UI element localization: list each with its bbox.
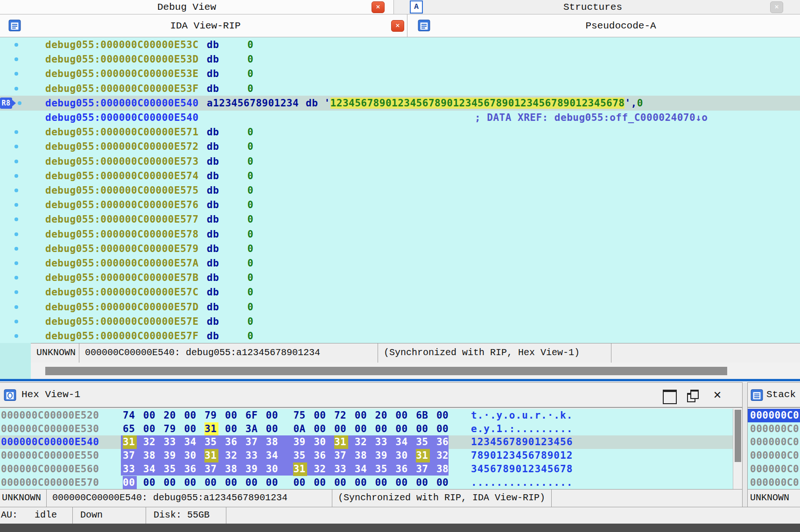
hex-byte[interactable]: 34: [184, 435, 198, 449]
scrollbar-thumb[interactable]: [45, 367, 727, 375]
hex-byte[interactable]: 00: [436, 476, 450, 490]
hex-byte[interactable]: 34: [355, 462, 369, 476]
stack-row[interactable]: 000000C0: [748, 422, 800, 436]
hex-byte[interactable]: 30: [266, 462, 280, 476]
disasm-line[interactable]: debug055:000000C00000E578db0: [0, 227, 800, 242]
horizontal-scrollbar[interactable]: [31, 363, 800, 379]
hex-byte[interactable]: 0A: [293, 422, 307, 436]
hex-byte[interactable]: 72: [334, 409, 348, 422]
hex-byte[interactable]: 00: [395, 409, 409, 422]
stack-row[interactable]: 000000C0: [748, 462, 800, 476]
hex-byte[interactable]: 00: [416, 476, 430, 490]
hex-byte[interactable]: 35: [375, 462, 389, 476]
ascii-column[interactable]: 1234567890123456: [471, 435, 573, 449]
hex-byte[interactable]: 00: [355, 409, 369, 422]
breakpoint-dot[interactable]: [14, 189, 18, 192]
ascii-column[interactable]: ................: [471, 476, 573, 490]
disasm-line[interactable]: debug055:000000C00000E540a12345678901234…: [0, 96, 800, 111]
hex-byte[interactable]: 00: [334, 422, 348, 436]
hex-byte[interactable]: 00: [204, 476, 218, 490]
hex-byte[interactable]: 35: [293, 449, 307, 462]
hex-byte[interactable]: 34: [266, 449, 280, 462]
hex-byte[interactable]: 37: [204, 462, 218, 476]
hex-byte[interactable]: 00: [225, 409, 239, 422]
hex-byte[interactable]: 00: [314, 409, 328, 422]
breakpoint-dot[interactable]: [14, 174, 18, 178]
disasm-line[interactable]: debug055:000000C00000E53Ddb0: [0, 52, 800, 67]
hex-row[interactable]: 000000C00000E560333435363738393031323334…: [0, 462, 733, 476]
hex-byte[interactable]: 34: [395, 435, 409, 449]
hex-byte[interactable]: 20: [375, 409, 389, 422]
data-xref-comment[interactable]: ; DATA XREF: debug055:off_C000024070↓o: [475, 110, 708, 125]
disasm-line[interactable]: debug055:000000C00000E53Fdb0: [0, 81, 800, 96]
stack-row[interactable]: 000000C0: [748, 409, 800, 422]
hex-byte[interactable]: 36: [184, 462, 198, 476]
hex-byte[interactable]: 00: [266, 476, 280, 490]
hex-byte[interactable]: 33: [375, 435, 389, 449]
ascii-column[interactable]: e.y.1.:.........: [471, 422, 573, 436]
hex-byte[interactable]: 00: [375, 476, 389, 490]
close-icon[interactable]: ✕: [770, 1, 783, 13]
disasm-line[interactable]: debug055:000000C00000E57Bdb0: [0, 270, 800, 285]
breakpoint-dot[interactable]: [14, 87, 18, 91]
hex-byte[interactable]: 32: [314, 462, 328, 476]
hex-byte[interactable]: 00: [143, 476, 157, 490]
hex-byte[interactable]: 00: [436, 422, 450, 436]
hex-byte[interactable]: 30: [314, 435, 328, 449]
hex-byte[interactable]: 35: [164, 462, 178, 476]
hex-byte[interactable]: 33: [246, 449, 260, 462]
hex-byte[interactable]: 30: [395, 449, 409, 462]
hex-byte[interactable]: 39: [246, 462, 260, 476]
hex-byte[interactable]: 00: [416, 422, 430, 436]
hex-byte[interactable]: 37: [123, 449, 137, 462]
hex-byte[interactable]: 39: [293, 435, 307, 449]
hex-dump[interactable]: 000000C00000E5207400200079006F0075007200…: [0, 409, 733, 489]
hex-byte[interactable]: 38: [436, 462, 450, 476]
hex-byte[interactable]: 35: [204, 435, 218, 449]
stack-row[interactable]: 000000C0: [748, 476, 800, 490]
close-icon[interactable]: ✕: [372, 1, 385, 13]
disasm-line[interactable]: ; DATA XREF: debug055:off_C000024070↓ode…: [0, 110, 800, 125]
hex-byte[interactable]: 31: [416, 449, 430, 462]
disasm-line[interactable]: debug055:000000C00000E579db0: [0, 241, 800, 256]
breakpoint-dot[interactable]: [14, 320, 18, 323]
breakpoint-dot[interactable]: [14, 261, 18, 265]
hex-byte[interactable]: 00: [225, 422, 239, 436]
maximize-icon[interactable]: [663, 390, 677, 404]
hex-byte[interactable]: 31: [293, 462, 307, 476]
hex-byte[interactable]: 00: [246, 476, 260, 490]
stack-row[interactable]: 000000C0: [748, 449, 800, 462]
ascii-column[interactable]: 3456789012345678: [471, 462, 573, 476]
hex-byte[interactable]: 00: [184, 476, 198, 490]
hex-byte[interactable]: 00: [314, 476, 328, 490]
hex-byte[interactable]: 31: [123, 435, 137, 449]
hex-byte[interactable]: 36: [314, 449, 328, 462]
stack-row[interactable]: 000000C0: [748, 435, 800, 449]
hex-row[interactable]: 000000C00000E570000000000000000000000000…: [0, 476, 733, 490]
hex-byte[interactable]: 36: [436, 435, 450, 449]
disasm-line[interactable]: debug055:000000C00000E53Edb0: [0, 66, 800, 81]
hex-byte[interactable]: 00: [143, 422, 157, 436]
hex-byte[interactable]: 38: [143, 449, 157, 462]
hex-byte[interactable]: 39: [375, 449, 389, 462]
breakpoint-dot[interactable]: [14, 130, 18, 134]
disasm-line[interactable]: debug055:000000C00000E572db0: [0, 139, 800, 154]
hex-byte[interactable]: 75: [293, 409, 307, 422]
hex-byte[interactable]: 32: [436, 449, 450, 462]
hex-byte[interactable]: 37: [334, 449, 348, 462]
tab-structures[interactable]: A Structures ✕: [394, 0, 800, 14]
hex-byte[interactable]: 31: [204, 449, 218, 462]
breakpoint-dot[interactable]: [14, 290, 18, 294]
hex-byte[interactable]: 36: [395, 462, 409, 476]
breakpoint-dot[interactable]: [14, 232, 18, 236]
disasm-line[interactable]: debug055:000000C00000E57Ddb0: [0, 300, 800, 315]
hex-byte[interactable]: 00: [266, 409, 280, 422]
breakpoint-dot[interactable]: [14, 43, 18, 47]
hex-byte[interactable]: 39: [164, 449, 178, 462]
hex-byte[interactable]: 00: [355, 422, 369, 436]
hex-byte[interactable]: 00: [266, 422, 280, 436]
disasm-line[interactable]: debug055:000000C00000E577db0: [0, 212, 800, 227]
hex-byte[interactable]: 33: [334, 462, 348, 476]
hex-byte[interactable]: 36: [225, 435, 239, 449]
hex-byte[interactable]: 35: [416, 435, 430, 449]
